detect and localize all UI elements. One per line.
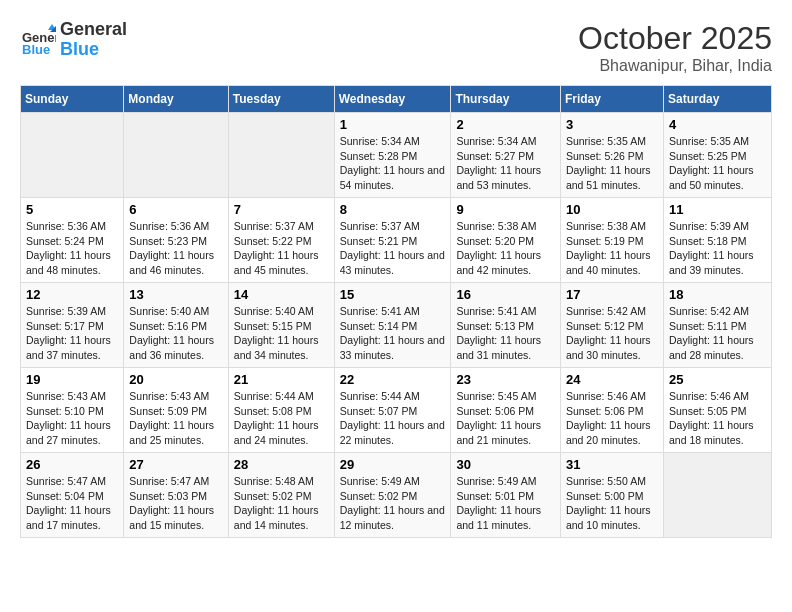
day-number: 7 <box>234 202 329 217</box>
weekday-header-friday: Friday <box>560 86 663 113</box>
weekday-header-monday: Monday <box>124 86 228 113</box>
day-info: Sunrise: 5:34 AMSunset: 5:27 PMDaylight:… <box>456 134 555 193</box>
calendar-week-row: 1Sunrise: 5:34 AMSunset: 5:28 PMDaylight… <box>21 113 772 198</box>
day-number: 8 <box>340 202 446 217</box>
day-number: 19 <box>26 372 118 387</box>
weekday-header-saturday: Saturday <box>663 86 771 113</box>
calendar-cell: 18Sunrise: 5:42 AMSunset: 5:11 PMDayligh… <box>663 283 771 368</box>
day-info: Sunrise: 5:34 AMSunset: 5:28 PMDaylight:… <box>340 134 446 193</box>
day-info: Sunrise: 5:42 AMSunset: 5:11 PMDaylight:… <box>669 304 766 363</box>
calendar-cell: 12Sunrise: 5:39 AMSunset: 5:17 PMDayligh… <box>21 283 124 368</box>
calendar-cell: 10Sunrise: 5:38 AMSunset: 5:19 PMDayligh… <box>560 198 663 283</box>
calendar-cell: 24Sunrise: 5:46 AMSunset: 5:06 PMDayligh… <box>560 368 663 453</box>
day-number: 26 <box>26 457 118 472</box>
logo-icon: General Blue <box>20 22 56 58</box>
calendar-cell: 22Sunrise: 5:44 AMSunset: 5:07 PMDayligh… <box>334 368 451 453</box>
calendar-cell: 11Sunrise: 5:39 AMSunset: 5:18 PMDayligh… <box>663 198 771 283</box>
calendar-cell: 13Sunrise: 5:40 AMSunset: 5:16 PMDayligh… <box>124 283 228 368</box>
calendar-cell: 16Sunrise: 5:41 AMSunset: 5:13 PMDayligh… <box>451 283 561 368</box>
day-number: 9 <box>456 202 555 217</box>
calendar-cell: 30Sunrise: 5:49 AMSunset: 5:01 PMDayligh… <box>451 453 561 538</box>
day-info: Sunrise: 5:38 AMSunset: 5:20 PMDaylight:… <box>456 219 555 278</box>
day-number: 10 <box>566 202 658 217</box>
weekday-header-sunday: Sunday <box>21 86 124 113</box>
calendar-cell: 23Sunrise: 5:45 AMSunset: 5:06 PMDayligh… <box>451 368 561 453</box>
calendar-table: SundayMondayTuesdayWednesdayThursdayFrid… <box>20 85 772 538</box>
day-number: 3 <box>566 117 658 132</box>
day-number: 30 <box>456 457 555 472</box>
day-info: Sunrise: 5:41 AMSunset: 5:14 PMDaylight:… <box>340 304 446 363</box>
day-info: Sunrise: 5:39 AMSunset: 5:17 PMDaylight:… <box>26 304 118 363</box>
calendar-cell: 1Sunrise: 5:34 AMSunset: 5:28 PMDaylight… <box>334 113 451 198</box>
calendar-cell <box>228 113 334 198</box>
day-info: Sunrise: 5:35 AMSunset: 5:25 PMDaylight:… <box>669 134 766 193</box>
calendar-cell <box>21 113 124 198</box>
day-info: Sunrise: 5:46 AMSunset: 5:06 PMDaylight:… <box>566 389 658 448</box>
day-info: Sunrise: 5:37 AMSunset: 5:21 PMDaylight:… <box>340 219 446 278</box>
day-number: 4 <box>669 117 766 132</box>
day-number: 2 <box>456 117 555 132</box>
calendar-cell: 20Sunrise: 5:43 AMSunset: 5:09 PMDayligh… <box>124 368 228 453</box>
day-number: 15 <box>340 287 446 302</box>
day-number: 11 <box>669 202 766 217</box>
day-info: Sunrise: 5:42 AMSunset: 5:12 PMDaylight:… <box>566 304 658 363</box>
calendar-cell: 21Sunrise: 5:44 AMSunset: 5:08 PMDayligh… <box>228 368 334 453</box>
day-info: Sunrise: 5:40 AMSunset: 5:15 PMDaylight:… <box>234 304 329 363</box>
title-block: October 2025 Bhawanipur, Bihar, India <box>578 20 772 75</box>
calendar-cell: 17Sunrise: 5:42 AMSunset: 5:12 PMDayligh… <box>560 283 663 368</box>
day-number: 16 <box>456 287 555 302</box>
day-number: 23 <box>456 372 555 387</box>
day-info: Sunrise: 5:38 AMSunset: 5:19 PMDaylight:… <box>566 219 658 278</box>
calendar-cell <box>124 113 228 198</box>
day-info: Sunrise: 5:43 AMSunset: 5:10 PMDaylight:… <box>26 389 118 448</box>
day-number: 24 <box>566 372 658 387</box>
day-info: Sunrise: 5:47 AMSunset: 5:04 PMDaylight:… <box>26 474 118 533</box>
day-number: 22 <box>340 372 446 387</box>
calendar-week-row: 5Sunrise: 5:36 AMSunset: 5:24 PMDaylight… <box>21 198 772 283</box>
calendar-cell: 5Sunrise: 5:36 AMSunset: 5:24 PMDaylight… <box>21 198 124 283</box>
day-info: Sunrise: 5:36 AMSunset: 5:23 PMDaylight:… <box>129 219 222 278</box>
day-number: 31 <box>566 457 658 472</box>
calendar-cell: 14Sunrise: 5:40 AMSunset: 5:15 PMDayligh… <box>228 283 334 368</box>
day-number: 29 <box>340 457 446 472</box>
calendar-cell: 31Sunrise: 5:50 AMSunset: 5:00 PMDayligh… <box>560 453 663 538</box>
calendar-cell: 19Sunrise: 5:43 AMSunset: 5:10 PMDayligh… <box>21 368 124 453</box>
month-title: October 2025 <box>578 20 772 57</box>
calendar-cell: 9Sunrise: 5:38 AMSunset: 5:20 PMDaylight… <box>451 198 561 283</box>
day-number: 28 <box>234 457 329 472</box>
weekday-header-row: SundayMondayTuesdayWednesdayThursdayFrid… <box>21 86 772 113</box>
day-info: Sunrise: 5:40 AMSunset: 5:16 PMDaylight:… <box>129 304 222 363</box>
calendar-cell: 26Sunrise: 5:47 AMSunset: 5:04 PMDayligh… <box>21 453 124 538</box>
day-number: 25 <box>669 372 766 387</box>
day-info: Sunrise: 5:36 AMSunset: 5:24 PMDaylight:… <box>26 219 118 278</box>
day-number: 14 <box>234 287 329 302</box>
logo-text: General Blue <box>60 20 127 60</box>
day-info: Sunrise: 5:48 AMSunset: 5:02 PMDaylight:… <box>234 474 329 533</box>
day-number: 20 <box>129 372 222 387</box>
day-info: Sunrise: 5:35 AMSunset: 5:26 PMDaylight:… <box>566 134 658 193</box>
day-number: 1 <box>340 117 446 132</box>
calendar-cell <box>663 453 771 538</box>
calendar-cell: 28Sunrise: 5:48 AMSunset: 5:02 PMDayligh… <box>228 453 334 538</box>
day-info: Sunrise: 5:49 AMSunset: 5:02 PMDaylight:… <box>340 474 446 533</box>
day-number: 6 <box>129 202 222 217</box>
calendar-cell: 2Sunrise: 5:34 AMSunset: 5:27 PMDaylight… <box>451 113 561 198</box>
calendar-cell: 7Sunrise: 5:37 AMSunset: 5:22 PMDaylight… <box>228 198 334 283</box>
calendar-week-row: 26Sunrise: 5:47 AMSunset: 5:04 PMDayligh… <box>21 453 772 538</box>
calendar-cell: 29Sunrise: 5:49 AMSunset: 5:02 PMDayligh… <box>334 453 451 538</box>
svg-text:Blue: Blue <box>22 42 50 57</box>
calendar-cell: 3Sunrise: 5:35 AMSunset: 5:26 PMDaylight… <box>560 113 663 198</box>
calendar-week-row: 12Sunrise: 5:39 AMSunset: 5:17 PMDayligh… <box>21 283 772 368</box>
day-info: Sunrise: 5:44 AMSunset: 5:08 PMDaylight:… <box>234 389 329 448</box>
day-number: 12 <box>26 287 118 302</box>
day-number: 17 <box>566 287 658 302</box>
calendar-week-row: 19Sunrise: 5:43 AMSunset: 5:10 PMDayligh… <box>21 368 772 453</box>
weekday-header-tuesday: Tuesday <box>228 86 334 113</box>
day-info: Sunrise: 5:47 AMSunset: 5:03 PMDaylight:… <box>129 474 222 533</box>
day-info: Sunrise: 5:50 AMSunset: 5:00 PMDaylight:… <box>566 474 658 533</box>
day-info: Sunrise: 5:39 AMSunset: 5:18 PMDaylight:… <box>669 219 766 278</box>
calendar-cell: 27Sunrise: 5:47 AMSunset: 5:03 PMDayligh… <box>124 453 228 538</box>
logo: General Blue General Blue <box>20 20 127 60</box>
day-number: 27 <box>129 457 222 472</box>
day-number: 13 <box>129 287 222 302</box>
